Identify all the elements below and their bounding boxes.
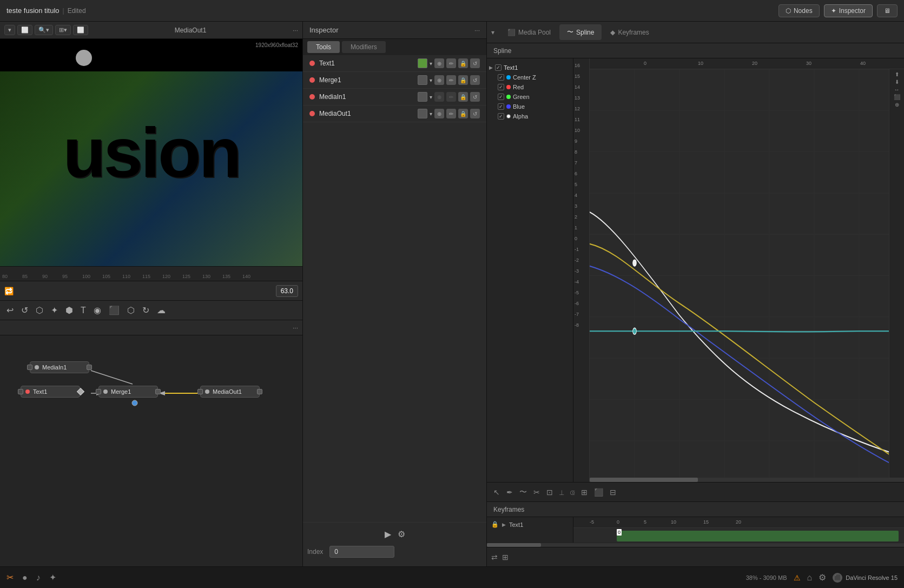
text1-reset-btn[interactable]: ↺ [470,58,480,68]
inspector-play-btn[interactable]: ▶ [385,529,391,539]
green-checkbox[interactable] [498,94,504,100]
merge1-lock-btn[interactable]: 🔒 [458,75,468,85]
node-list-item-mediain1[interactable]: MediaIn1 ▾ ⊕ ✏ 🔒 ↺ [303,89,486,105]
tool-rect[interactable]: ⬛ [107,304,122,316]
mediaout1-edit-btn[interactable]: ✏ [446,109,456,118]
spline-graph[interactable]: 16 15 14 13 12 11 10 9 8 7 6 5 4 3 [573,58,904,482]
media-icon[interactable]: ● [22,573,28,583]
mediain1-reset-btn[interactable]: ↺ [470,92,480,102]
text1-color-swatch[interactable] [418,58,427,68]
mediaout1-color-swatch[interactable] [418,109,427,118]
node-mediaout1[interactable]: MediaOut1 [200,386,260,398]
spline-tool-flatten[interactable]: ⊡ [544,487,555,498]
cut-icon[interactable]: ✂ [6,572,14,583]
spline-tool-lock[interactable]: ⊞ [579,487,590,498]
node-list-item-mediaout1[interactable]: MediaOut1 ▾ ⊕ ✏ 🔒 ↺ [303,105,486,122]
spline-ctrl-5[interactable]: ⊕ [895,102,899,108]
text1-view-btn[interactable]: ⊕ [434,58,444,68]
tree-item-red[interactable]: Red [487,82,573,92]
tree-item-blue[interactable]: Blue [487,102,573,111]
node-canvas[interactable]: MediaIn1 Text1 Merge1 [0,335,302,566]
tool-pan[interactable]: ⬡ [34,304,45,316]
right-dropdown[interactable]: ▾ [491,29,494,36]
node-list-item-merge1[interactable]: Merge1 ▾ ⊕ ✏ 🔒 ↺ [303,72,486,89]
spline-tool-pen[interactable]: ✒ [504,487,515,498]
tool-cloud[interactable]: ☁ [155,304,168,316]
node-graph[interactable]: ··· [0,320,302,566]
alpha-checkbox[interactable] [498,113,504,120]
spline-ctrl-1[interactable]: ⬆ [895,71,899,77]
text1-output-diamond[interactable] [77,388,84,395]
merge1-color-dropdown[interactable]: ▾ [430,77,432,83]
merge1-edit-btn[interactable]: ✏ [446,75,456,85]
merge1-color-swatch[interactable] [418,75,427,85]
mediain1-lock-btn[interactable]: 🔒 [458,92,468,102]
mediaout1-output[interactable] [257,389,262,394]
tree-item-green[interactable]: Green [487,92,573,102]
home-icon[interactable]: ⌂ [807,573,813,583]
text1-edit-btn[interactable]: ✏ [446,58,456,68]
text1-lock-btn[interactable]: 🔒 [458,58,468,68]
inspector-button[interactable]: ✦ Inspector [824,4,873,17]
tool-nodes[interactable]: ✦ [49,304,60,316]
viewer-dropdown-btn[interactable]: ▾ [4,25,15,35]
spline-tool-frame[interactable]: ⬛ [592,487,605,498]
mediain1-color-swatch[interactable] [418,92,427,102]
merge1-view-btn[interactable]: ⊕ [434,75,444,85]
viewer-grid-btn[interactable]: ⊞▾ [55,25,71,35]
tool-poly[interactable]: ⬡ [125,304,137,316]
mediain1-input[interactable] [27,365,32,370]
mediaout1-reset-btn[interactable]: ↺ [470,109,480,118]
viewer-dots-btn[interactable]: ··· [293,27,298,34]
tool-tracker[interactable]: ⬢ [63,304,75,316]
merge1-input[interactable] [96,389,101,394]
merge1-output[interactable] [155,389,161,394]
mediaout1-input[interactable] [197,389,203,394]
tool-text[interactable]: T [78,305,88,316]
node-list-item-text1[interactable]: Text1 ▾ ⊕ ✏ 🔒 ↺ [303,55,486,72]
spline-ctrl-2[interactable]: ⬇ [895,79,899,85]
loop-btn[interactable]: 🔁 [4,287,14,295]
node-graph-dots[interactable]: ··· [293,324,298,332]
viewer-zoom-btn[interactable]: 🔍▾ [35,25,53,35]
tab-tools[interactable]: Tools [307,41,340,53]
mediain1-edit-btn[interactable]: ✏ [446,92,456,102]
tool-paint[interactable]: ↻ [140,304,151,316]
centerz-checkbox[interactable] [498,74,504,81]
keyframes-track[interactable]: -5 0 5 10 15 20 0 [573,517,904,543]
kf-tool-2[interactable]: ⊞ [502,553,509,561]
spline-tool-ease[interactable]: ⟂ [557,487,566,498]
viewer-aspect-btn[interactable]: ⬜ [73,25,88,35]
tool-circle[interactable]: ◉ [91,304,103,316]
tool-move[interactable]: ↺ [19,304,30,316]
tab-modifiers[interactable]: Modifiers [342,41,386,53]
spline-scrollbar[interactable] [590,478,904,482]
tab-media-pool[interactable]: ⬛ Media Pool [500,25,558,39]
spline-tool-break[interactable]: ✂ [531,487,542,498]
text1-input[interactable] [18,389,23,394]
node-text1[interactable]: Text1 [21,386,80,398]
spline-tool-ease2[interactable]: ⟃ [568,487,577,498]
effects-icon[interactable]: ✦ [49,572,56,583]
spline-tool-pointer[interactable]: ↖ [491,487,502,498]
red-checkbox[interactable] [498,84,504,90]
node-mediain1[interactable]: MediaIn1 [30,361,89,373]
spline-ctrl-4[interactable]: ⬛ [894,94,900,100]
keyframes-row-text1[interactable]: 🔒 ▶ Text1 [487,519,573,530]
node-merge1[interactable]: Merge1 [98,386,158,398]
inspector-dots[interactable]: ··· [474,27,480,34]
spline-tool-smooth[interactable]: 〜 [517,486,529,498]
nodes-button[interactable]: ⬡ Nodes [778,4,820,17]
mediaout1-color-dropdown[interactable]: ▾ [430,111,432,117]
index-input[interactable] [329,546,394,558]
tree-item-centerz[interactable]: Center Z [487,72,573,82]
tree-parent-checkbox[interactable] [495,64,502,71]
viewer-layout-btn[interactable]: ⬜ [17,25,32,35]
kf-tool-1[interactable]: ⇄ [491,553,498,561]
inspector-settings-btn[interactable]: ⚙ [398,529,405,539]
mediain1-view-btn[interactable]: ⊕ [434,92,444,102]
mediain1-color-dropdown[interactable]: ▾ [430,94,432,100]
keyframes-scrollbar[interactable] [487,543,904,547]
tree-item-alpha[interactable]: Alpha [487,111,573,121]
spline-tool-zoom-fit[interactable]: ⊟ [608,487,618,498]
